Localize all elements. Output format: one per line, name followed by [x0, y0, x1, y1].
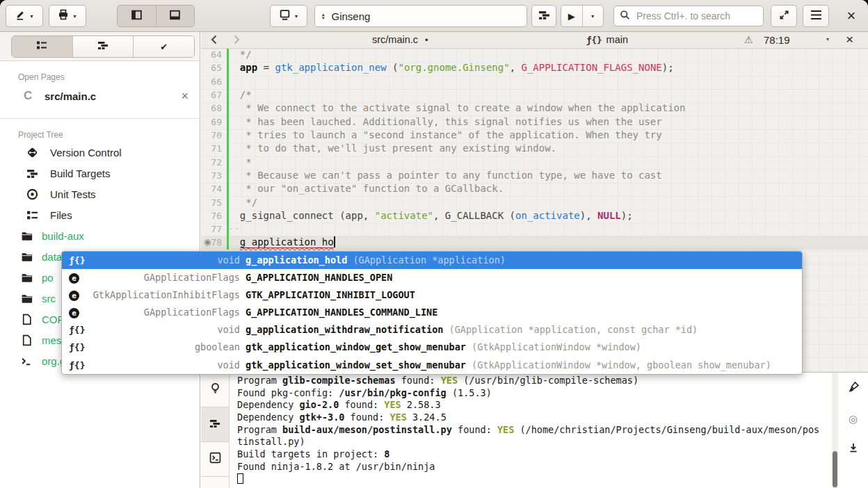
terminal-line: Dependency gio-2.0 found: YES 2.58.3 [237, 399, 826, 412]
tab-open-pages[interactable] [12, 36, 72, 57]
download-icon[interactable] [848, 442, 859, 457]
run-button[interactable]: ▶ [561, 6, 582, 26]
completion-item-gtk-application-inhibit-logout[interactable]: eGtkApplicationInhibitFlagsGTK_APPLICATI… [62, 286, 802, 304]
headerbar: ▼ ▼ ▼ ▴▾ Ginseng ▶ ▼ [0, 0, 868, 32]
completion-label: G_APPLICATION_HANDLES_OPEN [246, 272, 392, 283]
tree-item-label: po [42, 272, 54, 284]
return-type: GtkApplicationInhibitFlags [83, 289, 240, 300]
code-line-73[interactable]: 73 * Because we can't pass a pointer to … [201, 169, 868, 182]
tab-todos[interactable]: ✔ [133, 36, 194, 57]
return-type: GApplicationFlags [83, 272, 240, 283]
tree-item-build-targets[interactable]: Build Targets [0, 163, 200, 184]
line-number: 72 [201, 157, 222, 168]
code-text: g_signal_connect (app, "activate", G_CAL… [228, 210, 633, 221]
tree-item-unit-tests[interactable]: Unit Tests [0, 184, 200, 205]
terminal-cursor [237, 473, 243, 484]
code-line-71[interactable]: 71 * to do that, we'll just present any … [201, 142, 868, 155]
code-line-74[interactable]: 74 * our "on_activate" function to a GCa… [201, 182, 868, 195]
close-page-button[interactable]: × [181, 89, 188, 104]
completion-item-gtk-application-window-set-show-menubar[interactable]: ƒ{}voidgtk_application_window_set_show_m… [62, 357, 802, 374]
tab-build-targets[interactable] [72, 36, 134, 57]
nav-back-button[interactable] [208, 33, 220, 49]
close-editor-button[interactable]: × [846, 32, 853, 47]
toggle-left-panel-button[interactable] [118, 6, 156, 26]
file-item-build-aux[interactable]: build-aux [0, 226, 200, 247]
clear-brush-icon[interactable] [847, 381, 860, 396]
page-options-caret[interactable]: ▾ [826, 36, 829, 42]
completion-item-gtk-application-window-get-show-menubar[interactable]: ƒ{}gbooleangtk_application_window_get_sh… [62, 339, 802, 356]
build-output-terminal[interactable]: Program glib-compile-schemas found: YES … [237, 375, 826, 488]
caret-down-icon: ▼ [29, 14, 34, 19]
code-line-66[interactable]: 66 [201, 75, 868, 88]
code-line-70[interactable]: 70 * tries to launch a "second instance"… [201, 129, 868, 142]
terminal-line: Build targets in project: 8 [237, 448, 826, 461]
tab-build-output[interactable] [201, 407, 229, 442]
warning-icon[interactable]: ⚠ [744, 34, 753, 45]
completion-label: gtk_application_window_set_show_menubar … [246, 359, 771, 371]
completion-item-g-application-handles-open[interactable]: eGApplicationFlagsG_APPLICATION_HANDLES_… [62, 269, 802, 286]
search-input[interactable] [635, 10, 757, 22]
code-text: * has been lauched. Additionally, this s… [228, 116, 662, 127]
completion-label: gtk_application_window_get_show_menubar … [246, 341, 641, 352]
scrollbar-thumb[interactable] [833, 451, 837, 487]
line-number: 64 [201, 49, 222, 60]
line-number: 69 [201, 117, 222, 127]
line-number: 77 [201, 224, 222, 234]
build-icon [538, 9, 550, 24]
tree-item-files[interactable]: Files [0, 205, 200, 226]
code-line-72[interactable]: 72 * [201, 156, 868, 169]
global-search [613, 6, 764, 26]
line-number: 66 [201, 76, 222, 87]
fullscreen-button[interactable] [771, 5, 797, 27]
completion-item-g-application-hold[interactable]: ƒ{}voidg_application_hold (GApplication … [62, 252, 802, 269]
run-button-group: ▶ ▼ [561, 5, 604, 27]
code-line-77[interactable]: 77·· [201, 222, 868, 236]
enum-icon: e [69, 289, 79, 301]
computer-icon [279, 9, 291, 24]
record-icon[interactable]: ◎ [849, 413, 858, 425]
omnibar-button[interactable]: ▴▾ Ginseng [314, 5, 527, 27]
completion-item-g-application-handles-command-line[interactable]: eGApplicationFlagsG_APPLICATION_HANDLES_… [62, 304, 802, 321]
tab-messages[interactable] [201, 373, 229, 407]
expand-icon [779, 10, 789, 23]
code-line-65[interactable]: 65 app = gtk_application_new ("org.gnome… [201, 61, 868, 74]
menu-button[interactable] [803, 5, 829, 27]
panel-toggle-group [117, 5, 195, 27]
code-line-68[interactable]: 68 * We connect to the activate signal t… [201, 101, 868, 115]
project-tree: Version ControlBuild TargetsUnit TestsFi… [0, 143, 200, 226]
terminal-line: Dependency gtk+-3.0 found: YES 3.24.5 [237, 412, 826, 424]
run-options-button[interactable]: ▼ [583, 6, 604, 26]
code-line-69[interactable]: 69 * has been lauched. Additionally, thi… [201, 115, 868, 129]
toggle-bottom-panel-button[interactable] [156, 6, 195, 26]
tree-item-version-control[interactable]: Version Control [0, 143, 200, 163]
enum-icon: e [69, 307, 79, 318]
open-page-row[interactable]: C src/main.c × [0, 86, 200, 108]
code-line-75[interactable]: 75 */ [201, 196, 868, 209]
bottom-panel-icon [169, 9, 181, 24]
code-text: * [228, 156, 252, 168]
nav-forward-button[interactable] [230, 33, 243, 49]
folder-icon [21, 272, 33, 286]
tree-item-label: Version Control [50, 147, 122, 158]
symbol-breadcrumb[interactable]: ƒ{}main [586, 34, 628, 45]
panel-tab-strip [201, 373, 230, 488]
gnome-builder-window: ▼ ▼ ▼ ▴▾ Ginseng ▶ ▼ [0, 0, 868, 488]
code-line-76[interactable]: 76 g_signal_connect (app, "activate", G_… [201, 209, 868, 222]
code-line-78[interactable]: 78◉ g_application_ho [201, 236, 868, 249]
build-button[interactable] [531, 5, 556, 27]
bottom-panel: Program glib-compile-schemas found: YES … [201, 372, 868, 488]
code-text: g_application_ho [228, 236, 335, 247]
git-icon [26, 147, 38, 161]
folder-icon [21, 251, 33, 266]
completion-item-g-application-withdraw-notification[interactable]: ƒ{}voidg_application_withdraw_notificati… [62, 321, 802, 339]
search-icon [620, 10, 630, 23]
code-text: * our "on_activate" function to a GCallb… [228, 183, 504, 194]
deploy-button[interactable]: ▼ [49, 5, 86, 27]
window-close-button[interactable]: × [839, 3, 864, 29]
utility-strip: ◎ [838, 373, 868, 488]
code-line-67[interactable]: 67 /* [201, 88, 868, 101]
edit-mode-button[interactable]: ▼ [6, 5, 43, 27]
device-selector-button[interactable]: ▼ [270, 5, 307, 27]
tab-terminal[interactable] [201, 442, 229, 477]
code-line-64[interactable]: 64 */ [201, 49, 868, 61]
